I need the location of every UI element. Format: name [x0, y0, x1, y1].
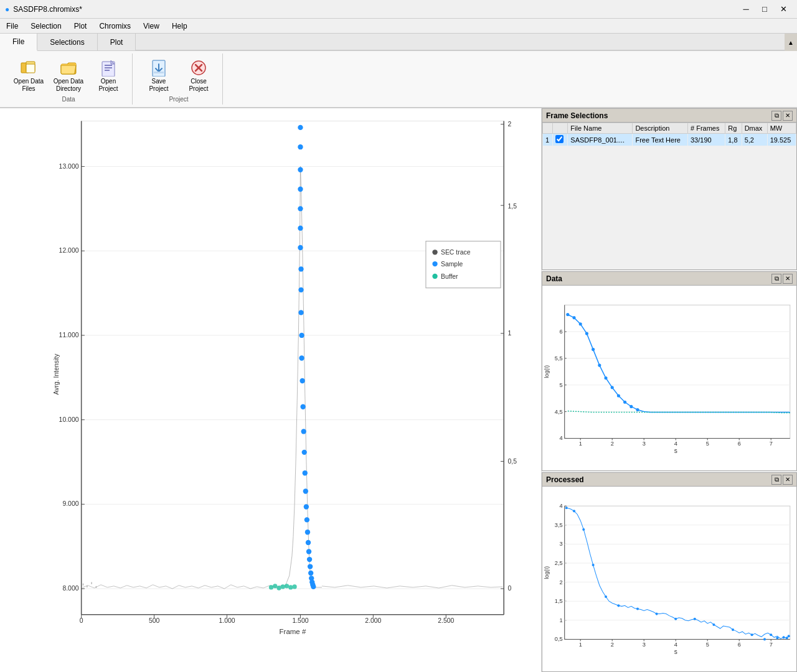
- close-project-button[interactable]: Close Project: [180, 57, 217, 95]
- svg-text:1: 1: [579, 642, 582, 648]
- project-group-label: Project: [169, 96, 188, 104]
- svg-text:7: 7: [770, 642, 773, 648]
- row-rg: 1,8: [725, 134, 742, 146]
- svg-point-69: [298, 144, 303, 149]
- col-filename: File Name: [568, 123, 633, 134]
- col-rg: Rg: [725, 123, 742, 134]
- data-panel-title: Data: [546, 274, 562, 283]
- save-project-icon: [150, 59, 167, 77]
- svg-point-207: [776, 637, 778, 639]
- processed-panel-controls: ⧉ ✕: [771, 475, 793, 485]
- tab-plot[interactable]: Plot: [98, 34, 136, 50]
- svg-point-193: [582, 528, 585, 531]
- data-chart-svg: 4 4,5 5 5,5 6: [542, 286, 796, 470]
- ribbon-expand-button[interactable]: ▲: [785, 34, 797, 51]
- svg-text:6: 6: [738, 441, 741, 447]
- panel-header-controls: ⧉ ✕: [771, 111, 793, 121]
- menu-chromixs[interactable]: Chromixs: [93, 21, 137, 32]
- ribbon-data-buttons: Open DataFiles Open DataDirectory: [10, 56, 127, 95]
- svg-point-199: [674, 618, 677, 620]
- maximize-button[interactable]: □: [756, 3, 773, 16]
- svg-point-85: [303, 488, 308, 493]
- svg-rect-2: [26, 64, 35, 73]
- app-icon: ●: [5, 5, 9, 14]
- svg-point-196: [617, 604, 620, 607]
- svg-text:2: 2: [611, 441, 614, 447]
- svg-point-63: [276, 586, 281, 590]
- row-dmax: 5,2: [742, 134, 767, 146]
- data-mini-chart: 4 4,5 5 5,5 6: [542, 286, 796, 470]
- svg-point-198: [656, 613, 658, 615]
- open-data-files-button[interactable]: Open DataFiles: [10, 57, 47, 95]
- open-directory-icon: [60, 59, 77, 77]
- svg-point-140: [579, 322, 582, 325]
- menu-view[interactable]: View: [137, 21, 166, 32]
- svg-point-89: [306, 540, 311, 545]
- svg-rect-12: [82, 121, 504, 614]
- svg-text:log(I): log(I): [544, 566, 550, 579]
- menu-help[interactable]: Help: [166, 21, 194, 32]
- svg-point-75: [298, 266, 303, 271]
- open-project-button[interactable]: OpenProject: [90, 57, 127, 95]
- svg-text:6: 6: [738, 642, 741, 648]
- row-filename: SASDFP8_001....: [568, 134, 633, 146]
- svg-text:10.000: 10.000: [59, 416, 79, 423]
- svg-text:8.000: 8.000: [62, 585, 78, 592]
- open-files-icon: [20, 59, 37, 77]
- processed-panel-close-button[interactable]: ✕: [783, 475, 793, 485]
- ribbon-project-buttons: Save Project Close Project: [140, 56, 217, 95]
- processed-panel-restore-button[interactable]: ⧉: [771, 475, 781, 485]
- row-num: 1: [543, 134, 553, 146]
- svg-point-195: [605, 595, 607, 598]
- row-checked-input[interactable]: [555, 135, 564, 143]
- svg-text:3,5: 3,5: [555, 522, 563, 528]
- svg-text:2: 2: [507, 121, 511, 128]
- svg-point-91: [307, 557, 312, 562]
- svg-point-74: [298, 245, 303, 250]
- svg-text:Sample: Sample: [441, 261, 463, 268]
- svg-rect-59: [91, 582, 92, 584]
- close-project-icon: [190, 59, 207, 77]
- svg-text:6: 6: [560, 329, 563, 335]
- titlebar-controls: ─ □ ✕: [737, 3, 792, 16]
- svg-text:0: 0: [507, 585, 511, 592]
- frame-selections-table-container: File Name Description # Frames Rg Dmax M…: [542, 123, 796, 269]
- svg-point-208: [783, 636, 785, 638]
- open-data-directory-button[interactable]: Open DataDirectory: [50, 57, 87, 95]
- svg-text:1: 1: [560, 617, 563, 623]
- save-project-button[interactable]: Save Project: [140, 57, 177, 95]
- svg-point-67: [292, 584, 296, 589]
- svg-point-206: [763, 638, 766, 640]
- svg-rect-150: [565, 506, 790, 639]
- svg-point-147: [623, 401, 626, 404]
- svg-rect-8: [154, 72, 164, 73]
- menu-plot[interactable]: Plot: [68, 21, 93, 32]
- svg-point-77: [298, 310, 303, 315]
- titlebar: ● SASDFP8.chromixs* ─ □ ✕: [0, 0, 797, 19]
- svg-point-81: [300, 404, 305, 409]
- open-project-icon: [100, 59, 117, 77]
- svg-point-99: [432, 250, 437, 254]
- processed-panel-title: Processed: [546, 475, 584, 484]
- svg-rect-57: [83, 584, 84, 586]
- table-row[interactable]: 1 SASDFP8_001.... Free Text Here 33/190 …: [543, 134, 796, 146]
- data-panel-close-button[interactable]: ✕: [783, 274, 793, 284]
- tab-selections[interactable]: Selections: [37, 34, 97, 50]
- tab-file[interactable]: File: [0, 34, 37, 51]
- close-button[interactable]: ✕: [775, 3, 792, 16]
- svg-text:5: 5: [560, 382, 563, 388]
- svg-text:4: 4: [560, 435, 563, 441]
- data-panel-restore-button[interactable]: ⧉: [771, 274, 781, 284]
- svg-text:s: s: [674, 447, 677, 454]
- svg-text:1: 1: [579, 441, 582, 447]
- svg-text:0: 0: [80, 617, 83, 624]
- minimize-button[interactable]: ─: [737, 3, 755, 16]
- row-checkbox[interactable]: [553, 134, 568, 146]
- menu-file[interactable]: File: [0, 21, 24, 32]
- svg-point-144: [604, 376, 607, 380]
- open-data-files-label: Open DataFiles: [14, 78, 44, 93]
- frame-selections-restore-button[interactable]: ⧉: [771, 111, 781, 121]
- frame-selections-close-button[interactable]: ✕: [783, 111, 793, 121]
- menu-selection[interactable]: Selection: [24, 21, 67, 32]
- processed-panel: Processed ⧉ ✕ 0,5: [542, 472, 797, 672]
